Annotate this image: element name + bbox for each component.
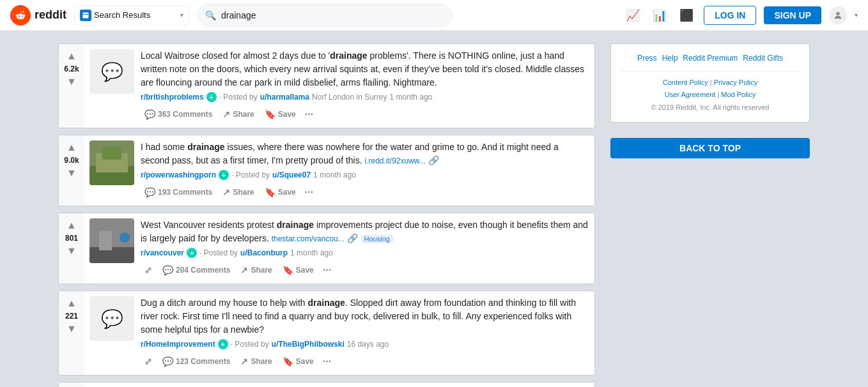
upvote-button-3[interactable]: ▲ [65,218,78,232]
save-button-3[interactable]: 🔖 Save [279,262,318,278]
share-button-2[interactable]: ↗ Share [219,185,258,200]
downvote-button-2[interactable]: ▼ [65,166,78,180]
keyword-1: drainage [330,50,367,61]
more-button-4[interactable]: ··· [320,353,334,370]
more-button-1[interactable]: ··· [302,106,316,123]
save-label-3: Save [296,266,314,275]
vote-col-5: ▲ 1.3k ▼ [59,383,84,387]
sidebar-footer: Content Policy | Privacy Policy User Agr… [619,77,802,114]
share-button-1[interactable]: ↗ Share [219,107,258,122]
vote-col-2: ▲ 9.0k ▼ [59,135,84,206]
avatar[interactable] [829,6,847,24]
location-1: Norf London in Surrey [312,93,387,102]
save-button-2[interactable]: 🔖 Save [261,185,300,200]
post-title-4: Dug a ditch around my house to help with… [141,296,589,337]
comment-button-1[interactable]: 💬 363 Comments [141,107,216,122]
subreddit-link-4[interactable]: r/HomeImprovement [141,340,215,349]
comment-count-4: 123 Comments [176,357,230,366]
poster-link-4[interactable]: u/TheBigPhilbowski [272,340,345,349]
feed: ▲ 6.2k ▼ 💬 Local Waitrose closed for alm… [58,43,595,387]
svg-point-11 [120,232,130,243]
page-body: ▲ 6.2k ▼ 💬 Local Waitrose closed for alm… [50,31,818,387]
subreddit-link-3[interactable]: r/vancouver [141,248,184,257]
avatar-caret-icon: ▾ [855,11,858,19]
post-content-2: I had some drainage issues, where there … [84,135,594,206]
more-button-2[interactable]: ··· [302,184,316,201]
search-bar[interactable]: 🔍 [197,4,453,27]
share-label-1: Share [233,110,254,119]
posted-by-label-2: · Posted by [231,171,270,179]
comment-icon-1: 💬 [144,109,155,119]
comment-button-3[interactable]: 💬 204 Comments [159,262,234,278]
sidebar-link-help[interactable]: Help [662,52,678,66]
chart-icon[interactable]: 📊 [650,6,669,25]
time-1: 1 month ago [390,93,433,102]
downvote-button-1[interactable]: ▼ [65,75,78,89]
login-button[interactable]: LOG IN [704,6,756,25]
post-icon-1: 💬 [101,61,123,82]
expand-button-4[interactable]: ⤢ [141,354,156,369]
upvote-button-4[interactable]: ▲ [65,296,78,310]
search-icon: 🔍 [205,10,216,20]
sidebar-links-card: Press Help Reddit Premium Reddit Gifts C… [610,43,810,123]
subreddit-link-1[interactable]: r/britishproblems [141,93,204,102]
trending-icon[interactable]: 📈 [623,6,642,25]
post-title-3: West Vancouver residents protest drainag… [141,218,589,245]
subreddit-link-2[interactable]: r/powerwashingporn [141,171,216,179]
captions-icon[interactable]: ⬛ [677,6,696,25]
table-row: ▲ 1.3k ▼ drainage kid makes a song to re… [58,382,595,387]
share-button-4[interactable]: ↗ Share [236,354,275,369]
save-button-4[interactable]: 🔖 Save [279,354,318,369]
user-agreement-link[interactable]: User Agreement [665,91,715,98]
sub-plus-icon-4: + [218,339,228,349]
post-thumb-3 [89,218,134,263]
logo-link[interactable]: reddit [10,5,66,26]
share-button-3[interactable]: ↗ Share [236,262,275,278]
post-meta-1: r/britishproblems + · Posted by u/harmal… [141,92,589,102]
external-link-3[interactable]: thestar.com/vancou... [272,234,345,243]
search-results-dropdown[interactable]: Search Results ▾ [74,5,189,26]
downvote-button-3[interactable]: ▼ [65,244,78,258]
search-input[interactable] [221,10,444,20]
poster-link-1[interactable]: u/harmallama [260,93,309,102]
poster-link-3[interactable]: u/Baconburp [240,248,288,257]
post-thumb-image-3 [89,218,134,263]
time-4: 16 days ago [347,340,389,349]
svg-rect-7 [102,147,121,160]
vote-count-2: 9.0k [64,156,79,165]
expand-button-3[interactable]: ⤢ [141,262,156,278]
save-label-4: Save [296,357,314,366]
downvote-button-4[interactable]: ▼ [65,322,78,336]
sidebar-link-press[interactable]: Press [637,52,657,66]
posted-by-label-1: · Posted by [219,93,258,102]
comment-icon-4: 💬 [162,356,173,367]
sidebar-link-reddit-premium[interactable]: Reddit Premium [683,52,738,66]
signup-button[interactable]: SIGN UP [764,6,821,24]
comment-count-1: 363 Comments [158,110,212,119]
upvote-button-1[interactable]: ▲ [65,49,78,63]
privacy-policy-link[interactable]: Privacy Policy [714,79,757,86]
mod-policy-link[interactable]: Mod Policy [721,91,756,98]
table-row: ▲ 9.0k ▼ I had some drainage issues, whe… [58,135,595,206]
content-policy-link[interactable]: Content Policy [663,79,708,86]
more-button-3[interactable]: ··· [320,262,334,278]
header: reddit Search Results ▾ 🔍 📈 📊 ⬛ LOG IN S… [0,0,868,31]
poster-link-2[interactable]: u/Squee07 [272,171,311,179]
search-results-icon [80,10,91,21]
posted-by-label-4: · Posted by [231,340,269,349]
post-title-1: Local Waitrose closed for almost 2 days … [141,49,589,89]
share-icon-4: ↗ [240,356,248,367]
bookmark-icon-4: 🔖 [283,356,293,367]
comment-button-4[interactable]: 💬 123 Comments [159,354,234,369]
bookmark-icon-3: 🔖 [283,265,293,275]
sidebar-link-reddit-gifts[interactable]: Reddit Gifts [743,52,783,66]
svg-point-3 [836,11,839,15]
external-link-2[interactable]: i.redd.it/92xuww... [365,156,426,165]
post-content-3: West Vancouver residents protest drainag… [84,213,594,284]
save-button-1[interactable]: 🔖 Save [261,107,300,122]
time-2: 1 month ago [313,171,356,179]
upvote-button-2[interactable]: ▲ [65,140,78,155]
comment-button-2[interactable]: 💬 193 Comments [141,185,216,200]
back-to-top-button[interactable]: BACK TO TOP [610,138,810,158]
svg-rect-1 [83,12,89,18]
